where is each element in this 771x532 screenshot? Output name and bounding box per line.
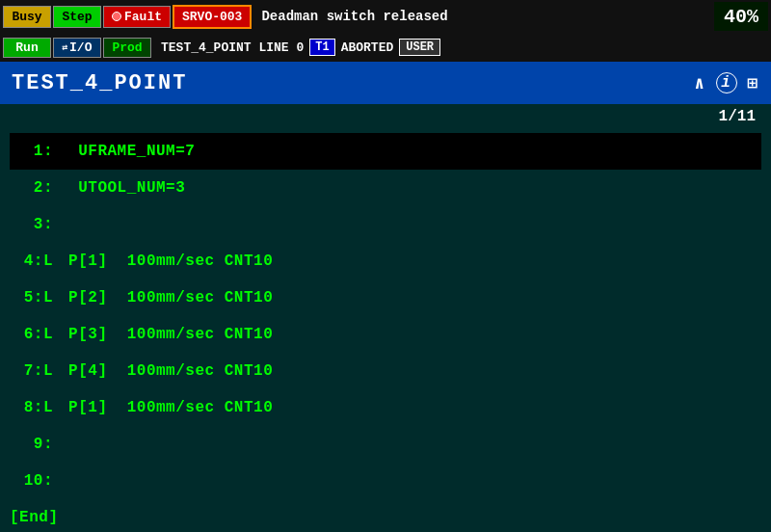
code-line[interactable]: 9: (10, 426, 761, 463)
line-content: P[2] 100mm/sec CNT10 (59, 289, 273, 306)
line-content: P[3] 100mm/sec CNT10 (59, 326, 273, 343)
status-bar-2: Run ⇄ I/O Prod TEST_4_POINT LINE 0 T1 AB… (0, 33, 771, 62)
user-tag: USER (399, 39, 440, 56)
window-icon[interactable]: ⊞ (747, 72, 759, 93)
info-icon[interactable]: i (716, 72, 737, 93)
code-line[interactable]: 2: UTOOL_NUM=3 (10, 170, 761, 206)
title-bar: TEST_4_POINT ∧ i ⊞ (0, 62, 771, 104)
page-title: TEST_4_POINT (12, 71, 187, 95)
busy-button[interactable]: Busy (3, 6, 51, 28)
page-number: 1/11 (0, 104, 771, 129)
code-line[interactable]: 4:L P[1] 100mm/sec CNT10 (10, 243, 761, 279)
code-line[interactable]: 7:L P[4] 100mm/sec CNT10 (10, 353, 761, 389)
io-icon: ⇄ (62, 41, 67, 53)
fault-indicator (112, 12, 121, 21)
run-button[interactable]: Run (3, 38, 51, 58)
screen: Busy Step Fault SRVO-003 Deadman switch … (0, 0, 771, 532)
line-number: 5:L (10, 289, 53, 306)
line-info: TEST_4_POINT LINE 0 (161, 40, 304, 55)
fault-button[interactable]: Fault (103, 6, 171, 28)
line-content: P[4] 100mm/sec CNT10 (59, 362, 273, 380)
t1-tag: T1 (309, 39, 334, 56)
line-number: 6:L (10, 326, 53, 343)
line-number: 8:L (10, 399, 53, 416)
status-message: Deadman switch released (253, 9, 712, 24)
code-line[interactable]: 8:L P[1] 100mm/sec CNT10 (10, 389, 761, 426)
code-line[interactable]: 10: (10, 463, 761, 499)
line-number: 7:L (10, 362, 53, 380)
line-number: 1: (10, 143, 53, 160)
aborted-tag: ABORTED (341, 40, 394, 55)
line-number: 2: (10, 179, 53, 197)
up-icon[interactable]: ∧ (694, 72, 706, 93)
step-button[interactable]: Step (53, 6, 101, 28)
status-bar-2-text: TEST_4_POINT LINE 0 T1 ABORTED USER (153, 39, 768, 56)
code-line[interactable]: 3: (10, 206, 761, 243)
percentage-display: 40% (714, 2, 768, 31)
line-content: UTOOL_NUM=3 (59, 179, 185, 197)
line-content: P[1] 100mm/sec CNT10 (59, 399, 273, 416)
code-line[interactable]: 5:L P[2] 100mm/sec CNT10 (10, 279, 761, 316)
code-line[interactable]: 6:L P[3] 100mm/sec CNT10 (10, 316, 761, 353)
status-bar-1: Busy Step Fault SRVO-003 Deadman switch … (0, 0, 771, 33)
servo-button[interactable]: SRVO-003 (173, 5, 252, 29)
line-number: 9: (10, 436, 53, 453)
code-line[interactable]: [End] (10, 499, 761, 532)
io-label: I/O (69, 40, 92, 55)
line-number: [End] (10, 509, 59, 526)
code-line[interactable]: 1: UFRAME_NUM=7 (10, 133, 761, 170)
title-icons: ∧ i ⊞ (694, 72, 759, 93)
line-number: 10: (10, 472, 53, 490)
line-number: 3: (10, 216, 53, 233)
line-content: UFRAME_NUM=7 (59, 143, 195, 160)
code-area: 1: UFRAME_NUM=72: UTOOL_NUM=33:4:L P[1] … (0, 129, 771, 532)
line-number: 4:L (10, 253, 53, 270)
line-content: P[1] 100mm/sec CNT10 (59, 253, 273, 270)
prod-button[interactable]: Prod (103, 38, 151, 58)
io-button[interactable]: ⇄ I/O (53, 38, 101, 58)
fault-label: Fault (124, 10, 162, 24)
